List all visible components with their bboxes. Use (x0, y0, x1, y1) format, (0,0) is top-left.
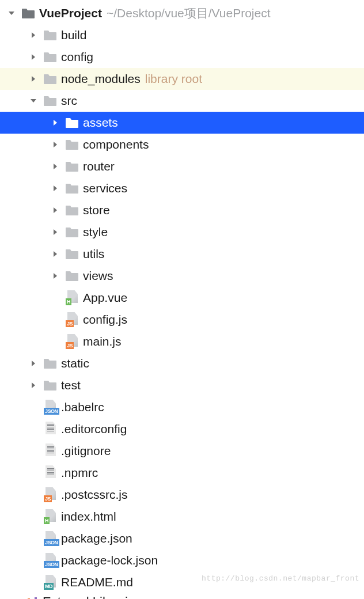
tree-item-label: config.js (83, 313, 127, 327)
folder-icon (65, 203, 79, 218)
file-json-icon: JSON (43, 400, 58, 415)
tree-row[interactable]: components (0, 134, 364, 156)
folder-icon (65, 268, 79, 283)
tree-item-label: App.vue (83, 291, 127, 305)
folder-icon (65, 159, 79, 174)
tree-row[interactable]: test (0, 374, 364, 396)
tree-row[interactable]: build (0, 24, 364, 46)
tree-item-label: router (83, 160, 115, 173)
tree-row[interactable]: VueProject~/Desktop/vue项目/VueProject (0, 2, 364, 24)
folder-icon (43, 356, 58, 371)
tree-row[interactable]: services (0, 177, 364, 199)
tree-row[interactable]: .gitignore (0, 440, 364, 462)
folder-icon (43, 93, 58, 108)
folder-icon (43, 378, 58, 393)
tree-item-label: config (61, 50, 93, 64)
chevron-right-icon[interactable] (50, 226, 61, 238)
tree-row[interactable]: JSONpackage-lock.json (0, 549, 364, 571)
chevron-right-icon[interactable] (50, 139, 61, 150)
tree-item-label: index.html (61, 510, 116, 524)
tree-item-label: .postcssrc.js (61, 488, 128, 502)
file-js-icon: JS (65, 334, 79, 349)
chevron-right-icon[interactable] (50, 117, 61, 128)
chevron-right-icon[interactable] (50, 248, 61, 260)
file-js-icon: JS (43, 487, 58, 502)
chevron-right-icon[interactable] (28, 380, 39, 391)
folder-icon (65, 247, 79, 261)
tree-row[interactable]: JSmain.js (0, 331, 364, 352)
tree-row[interactable]: Hindex.html (0, 506, 364, 528)
tree-item-label: utils (83, 247, 104, 261)
external-libraries-row[interactable]: External Libraries (0, 593, 364, 599)
tree-item-label: .babelrc (61, 400, 104, 414)
chevron-right-icon[interactable] (28, 73, 39, 85)
tree-row[interactable]: static (0, 352, 364, 374)
folder-icon (21, 6, 36, 21)
tree-item-label: .editorconfig (61, 422, 127, 436)
tree-row[interactable]: config (0, 46, 364, 68)
tree-row[interactable]: JSONpackage.json (0, 528, 364, 549)
tree-item-label: services (83, 181, 127, 195)
tree-row[interactable]: HApp.vue (0, 287, 364, 309)
file-text-icon (43, 443, 58, 458)
tree-row[interactable]: src (0, 90, 364, 112)
folder-icon (65, 181, 79, 196)
tree-row[interactable]: .editorconfig (0, 418, 364, 440)
tree-row[interactable]: utils (0, 243, 364, 265)
chevron-right-icon[interactable] (28, 51, 39, 63)
tree-item-label: static (61, 357, 89, 370)
tree-row[interactable]: style (0, 221, 364, 243)
tree-row[interactable]: node_moduleslibrary root (0, 68, 364, 90)
chevron-down-icon[interactable] (28, 95, 39, 107)
library-icon (24, 596, 39, 599)
tree-row[interactable]: JSON.babelrc (0, 396, 364, 418)
tree-item-label: views (83, 269, 113, 283)
file-h-icon: H (43, 509, 58, 524)
tree-item-extra: library root (145, 72, 202, 86)
tree-item-label: VueProject (39, 6, 102, 20)
tree-item-label: build (61, 28, 86, 42)
tree-item-label: README.md (61, 575, 133, 589)
file-h-icon: H (65, 290, 79, 305)
tree-row[interactable]: router (0, 156, 364, 177)
tree-item-label: src (61, 94, 77, 108)
tree-row[interactable]: .npmrc (0, 462, 364, 484)
file-text-icon (43, 422, 58, 437)
tree-row[interactable]: assets (0, 112, 364, 134)
tree-row[interactable]: JSconfig.js (0, 309, 364, 331)
folder-icon (43, 71, 58, 86)
tree-item-label: components (83, 138, 149, 151)
tree-row[interactable]: views (0, 265, 364, 287)
folder-icon (65, 115, 79, 130)
tree-item-label: node_modules (61, 72, 141, 86)
tree-item-label: main.js (83, 335, 122, 348)
external-libraries-label: External Libraries (43, 594, 141, 599)
watermark-text: http://blog.csdn.net/mapbar_front (202, 574, 359, 583)
file-js-icon: JS (65, 312, 79, 327)
chevron-right-icon[interactable] (28, 29, 39, 41)
tree-row[interactable]: store (0, 199, 364, 221)
tree-item-label: .gitignore (61, 444, 111, 458)
file-json-icon: JSON (43, 553, 58, 568)
chevron-right-icon[interactable] (50, 270, 61, 282)
tree-item-extra: ~/Desktop/vue项目/VueProject (107, 5, 271, 21)
file-text-icon (43, 465, 58, 480)
tree-item-label: .npmrc (61, 466, 98, 480)
chevron-right-icon[interactable] (50, 183, 61, 194)
folder-icon (65, 225, 79, 240)
chevron-right-icon[interactable] (28, 358, 39, 369)
chevron-right-icon[interactable] (50, 204, 61, 216)
tree-item-label: style (83, 225, 108, 239)
project-tree[interactable]: VueProject~/Desktop/vue项目/VueProjectbuil… (0, 0, 364, 593)
chevron-down-icon[interactable] (6, 7, 17, 19)
tree-item-label: store (83, 203, 110, 217)
chevron-right-icon[interactable] (50, 161, 61, 172)
folder-icon (65, 137, 79, 152)
folder-icon (43, 50, 58, 65)
folder-icon (43, 28, 58, 43)
tree-row[interactable]: JS.postcssrc.js (0, 484, 364, 506)
file-json-icon: JSON (43, 531, 58, 546)
file-md-icon: MD (43, 575, 58, 590)
tree-item-label: package-lock.json (61, 553, 158, 567)
tree-item-label: assets (83, 116, 118, 130)
